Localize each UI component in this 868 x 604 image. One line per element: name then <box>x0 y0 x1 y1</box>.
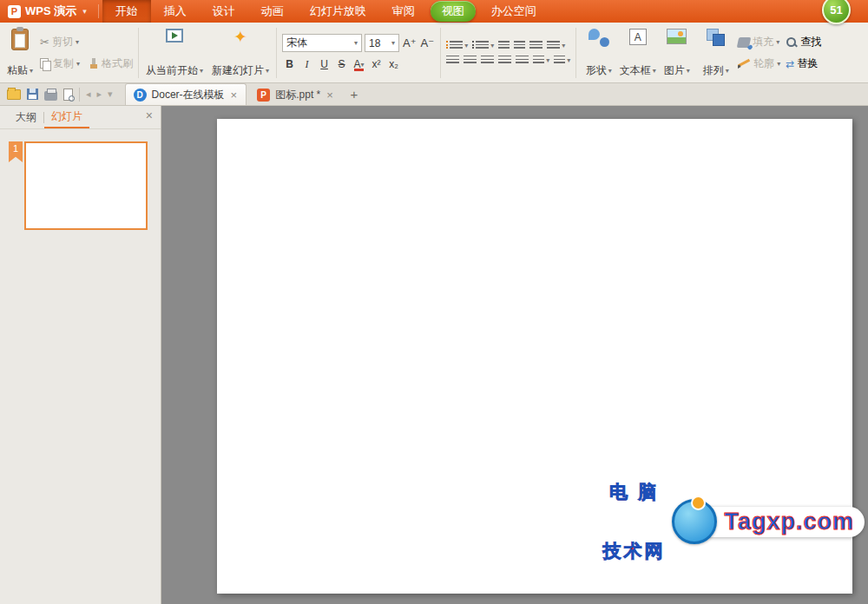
tab-design[interactable]: 设计 <box>200 0 248 23</box>
numbering-button[interactable]: ▾ <box>472 41 494 50</box>
numbering-icon <box>476 41 489 50</box>
cut-button[interactable]: ✂ 剪切 ▾ <box>40 35 79 49</box>
ribbon-divider <box>138 28 139 78</box>
watermark-site-pill: Tagxp.com <box>698 507 865 537</box>
grow-font-button[interactable]: A⁺ <box>402 36 418 51</box>
format-painter-button[interactable]: 格式刷 <box>88 56 133 71</box>
print-icon[interactable] <box>44 91 57 101</box>
arrange-label: 排列 <box>703 63 724 78</box>
save-icon[interactable] <box>27 89 38 100</box>
decrease-indent-button[interactable] <box>498 41 510 50</box>
align-center-button[interactable] <box>464 56 477 65</box>
tab-animation[interactable]: 动画 <box>248 0 297 23</box>
find-label: 查找 <box>800 35 821 49</box>
slides-tab[interactable]: 幻灯片 <box>44 106 89 128</box>
bold-button[interactable]: B <box>282 56 297 72</box>
fill-button[interactable]: 填充 ▾ <box>738 35 779 49</box>
font-name-select[interactable]: 宋体 ▾ <box>282 34 362 52</box>
tab-slideshow[interactable]: 幻灯片放映 <box>297 0 379 23</box>
fill-label: 填充 <box>753 35 773 49</box>
line-spacing-button[interactable]: ▾ <box>533 56 549 65</box>
align-right-button[interactable] <box>481 56 494 65</box>
ribbon-divider <box>575 28 576 78</box>
subscript-button[interactable]: x₂ <box>386 56 401 72</box>
redo-icon[interactable]: ▸ <box>97 89 102 100</box>
close-icon[interactable]: × <box>326 89 334 101</box>
tab-review[interactable]: 审阅 <box>379 0 428 23</box>
doc-tab-label: Docer-在线模板 <box>152 88 225 102</box>
underline-button[interactable]: U <box>317 56 332 72</box>
tab-workspace[interactable]: 办公空间 <box>478 0 549 23</box>
close-icon[interactable]: × <box>146 109 153 121</box>
app-menu-button[interactable]: P WPS 演示 ▾ <box>0 0 95 23</box>
align-left-button[interactable] <box>446 56 459 65</box>
editing-canvas: 电 脑 技术网 Tagxp.com <box>161 106 868 604</box>
align-left-icon <box>446 56 459 65</box>
start-from-current-button[interactable]: 从当前开始▾ <box>141 25 207 81</box>
shrink-font-button[interactable]: A⁻ <box>420 36 436 51</box>
panel-tabs: 大纲 幻灯片 × <box>0 106 161 129</box>
increase-indent-button[interactable] <box>514 41 525 50</box>
chevron-down-icon: ▾ <box>361 61 365 69</box>
align-center-icon <box>464 56 477 65</box>
ribbon-divider <box>276 28 277 78</box>
tab-home[interactable]: 开始 <box>102 0 151 23</box>
copy-icon <box>40 58 50 69</box>
new-slide-button[interactable]: ✦ 新建幻灯片▾ <box>207 25 273 81</box>
slide-thumbnail[interactable] <box>24 141 148 230</box>
level-badge[interactable]: 51 <box>822 0 851 24</box>
paragraph-group: ▾ ▾ ▾ ▾ ▾ <box>444 25 573 81</box>
new-tab-button[interactable]: + <box>345 87 364 102</box>
doc-tab-docer[interactable]: D Docer-在线模板 × <box>125 83 247 105</box>
chevron-down-icon: ▾ <box>653 67 656 75</box>
copy-button[interactable]: 复制 ▾ <box>40 56 80 71</box>
titlebar-divider <box>98 4 99 18</box>
undo-icon[interactable]: ◂ <box>86 89 91 100</box>
tab-insert[interactable]: 插入 <box>151 0 200 23</box>
arrange-button[interactable]: 排列▾ <box>696 25 735 81</box>
watermark: 电 脑 技术网 Tagxp.com <box>602 443 865 601</box>
strikethrough-button[interactable]: S <box>334 56 349 72</box>
font-color-button[interactable]: A▾ <box>352 56 366 72</box>
font-size-select[interactable]: 18 ▾ <box>365 34 399 52</box>
chevron-down-icon: ▾ <box>490 42 494 49</box>
chevron-down-icon: ▾ <box>30 67 33 75</box>
tab-view[interactable]: 视图 <box>431 1 476 22</box>
picture-button[interactable]: 图片▾ <box>657 25 696 81</box>
cut-label: 剪切 <box>52 35 73 49</box>
chevron-down-icon: ▾ <box>76 60 80 68</box>
open-folder-icon[interactable] <box>7 89 21 100</box>
menu-tabs: 开始 插入 设计 动画 幻灯片放映 审阅 视图 办公空间 <box>102 0 549 23</box>
quickbar-dropdown-icon[interactable]: ▾ <box>108 89 113 100</box>
outline-tab[interactable]: 大纲 <box>9 106 43 128</box>
paragraph-spacing-button[interactable]: ▾ <box>554 56 570 65</box>
superscript-button[interactable]: x² <box>369 56 384 72</box>
text-direction-button[interactable] <box>529 41 542 50</box>
textbox-button[interactable]: 文本框▾ <box>618 25 657 81</box>
document-tab-bar: ◂ ▸ ▾ D Docer-在线模板 × P 图标.ppt * × + <box>0 83 868 106</box>
find-button[interactable]: 查找 <box>786 35 821 49</box>
italic-button[interactable]: I <box>299 56 314 72</box>
print-preview-icon[interactable] <box>63 89 73 101</box>
outline-button[interactable]: 轮廓 ▾ <box>738 56 780 71</box>
shapes-icon <box>589 29 609 47</box>
font-color-label: A <box>354 58 361 70</box>
slide-thumbnail-list: 1 <box>0 129 161 230</box>
chevron-down-icon: ▾ <box>354 39 358 47</box>
line-spacing-icon <box>533 56 544 65</box>
brush-icon <box>88 58 99 69</box>
close-icon[interactable]: × <box>230 89 239 101</box>
justify-icon <box>498 56 511 65</box>
new-slide-label: 新建幻灯片 <box>212 63 264 78</box>
replace-label: 替换 <box>797 56 818 71</box>
paste-button[interactable]: 粘贴▾ <box>3 25 37 81</box>
doc-tab-ppt[interactable]: P 图标.ppt * × <box>248 83 343 105</box>
replace-button[interactable]: ⇄ 替换 <box>786 56 818 71</box>
columns-button[interactable]: ▾ <box>547 41 565 50</box>
shapes-button[interactable]: 形状▾ <box>579 25 618 81</box>
chevron-down-icon: ▾ <box>546 56 549 64</box>
bullets-button[interactable]: ▾ <box>446 41 468 50</box>
scissors-icon: ✂ <box>40 36 49 49</box>
distribute-button[interactable] <box>516 56 529 65</box>
justify-button[interactable] <box>498 56 511 65</box>
